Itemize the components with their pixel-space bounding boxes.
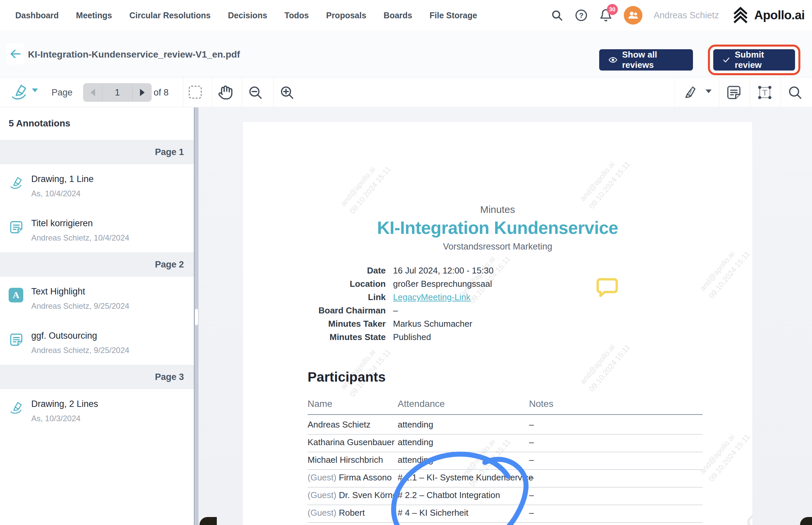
page-number-input[interactable]: 1 — [103, 83, 132, 102]
watermark: and@apollo.ai09.10.2024 15:11 — [697, 424, 752, 484]
nav-item-circular-resolutions[interactable]: Circular Resolutions — [129, 11, 211, 20]
meta-value: großer Besprechungssaal — [393, 279, 493, 289]
annotation-meta: As, 10/3/2024 — [31, 414, 98, 423]
hand-tool[interactable] — [218, 85, 233, 100]
user-avatar[interactable] — [624, 6, 642, 25]
nav-item-meetings[interactable]: Meetings — [76, 11, 112, 20]
back-button[interactable] — [6, 43, 25, 64]
submit-review-button[interactable]: Submit review — [713, 49, 795, 71]
nav-item-proposals[interactable]: Proposals — [326, 11, 366, 20]
annotation-item[interactable]: Titel korrigieren Andreas Schietz, 10/4/… — [0, 208, 194, 253]
watermark: and@apollo.ai09.10.2024 15:11 — [577, 334, 633, 394]
meta-label: Location — [243, 279, 386, 289]
document-subtitle: Vorstandsressort Marketing — [243, 242, 752, 252]
annotation-meta: Andreas Schietz, 9/25/2024 — [31, 301, 129, 311]
note-tool-icon — [725, 84, 742, 101]
annotation-item[interactable]: Drawing, 2 Lines As, 10/3/2024 — [0, 389, 194, 433]
help-icon[interactable]: ? — [574, 9, 588, 22]
nav-item-dashboard[interactable]: Dashboard — [15, 11, 59, 20]
annotation-title: Drawing, 2 Lines — [31, 399, 98, 409]
annotation-meta: Andreas Schietz, 9/25/2024 — [31, 346, 129, 355]
search-icon[interactable] — [551, 9, 563, 21]
comment-bubble-icon — [596, 278, 618, 298]
check-icon — [722, 56, 730, 64]
sidebar-resize-handle[interactable] — [195, 309, 199, 326]
highlighter-icon — [681, 84, 699, 102]
zoom-out-icon — [248, 85, 263, 100]
annotation-title: ggf. Outsourcing — [31, 331, 129, 341]
svg-text:?: ? — [579, 11, 583, 20]
table-row-name: Andreas Schietz — [308, 420, 370, 430]
meta-label: Board Chairman — [243, 305, 386, 316]
meeting-meta: Date16 Jul 2024, 12:00 - 15:30 Locationg… — [243, 266, 493, 342]
draw-tool-button[interactable] — [7, 82, 31, 102]
svg-text:T: T — [763, 89, 767, 97]
nav-item-boards[interactable]: Boards — [384, 11, 412, 20]
meta-value: – — [393, 305, 493, 316]
notification-badge: 30 — [607, 4, 618, 15]
draw-tool-dropdown[interactable] — [32, 89, 38, 92]
annotation-item[interactable]: A Text Highlight Andreas Schietz, 9/25/2… — [0, 276, 194, 321]
previous-page-button[interactable] — [83, 83, 103, 102]
notifications-bell-icon[interactable]: 30 — [599, 9, 612, 22]
meta-label: Date — [243, 266, 386, 276]
annotations-count-title: 5 Annotations — [0, 107, 194, 129]
table-row-notes: – — [529, 420, 534, 430]
meta-value: Published — [393, 332, 493, 342]
nav-item-file-storage[interactable]: File Storage — [430, 11, 477, 20]
user-name: Andreas Schietz — [654, 10, 719, 21]
apollo-logo-icon — [730, 6, 751, 25]
file-header-bar: KI-Integration-Kundenservice_review-V1_e… — [0, 31, 812, 77]
document-filename: KI-Integration-Kundenservice_review-V1_e… — [28, 49, 240, 60]
pen-icon — [9, 400, 24, 416]
meta-label: Minutes Taker — [243, 319, 386, 329]
select-area-icon — [189, 86, 201, 99]
annotation-meta: As, 10/4/2024 — [31, 189, 94, 198]
text-box-icon: T — [756, 84, 773, 101]
table-row-name: Michael Hirschbrich — [308, 455, 383, 465]
page-group-header: Page 2 — [0, 253, 194, 276]
text-box-tool[interactable]: T — [756, 84, 773, 101]
nav-item-todos[interactable]: Todos — [285, 11, 309, 20]
select-area-tool[interactable] — [189, 86, 201, 99]
annotation-title: Text Highlight — [31, 286, 129, 297]
app-window: Dashboard Meetings Circular Resolutions … — [0, 0, 812, 525]
watermark: and@apollo.ai09.10.2024 15:11 — [576, 518, 631, 525]
apollo-logo: Apollo.ai — [730, 6, 805, 25]
nav-item-decisions[interactable]: Decisions — [228, 11, 267, 20]
page-group-header: Page 3 — [0, 365, 194, 389]
highlighter-dropdown[interactable] — [706, 90, 711, 93]
participants-heading: Participants — [308, 369, 386, 385]
show-all-reviews-button[interactable]: Show all reviews — [599, 49, 693, 71]
pdf-toolbar: Page 1 of 8 T — [0, 77, 812, 107]
annotation-item[interactable]: Drawing, 1 Line As, 10/4/2024 — [0, 164, 194, 208]
zoom-in-tool[interactable] — [279, 85, 295, 100]
pen-icon — [9, 175, 24, 191]
next-page-button[interactable] — [132, 83, 152, 102]
table-row-name: (Guest) Robert — [308, 508, 365, 518]
table-header-attendance: Attendance — [398, 399, 445, 409]
highlight-icon: A — [9, 288, 24, 303]
drawing-circle-annotation[interactable] — [379, 442, 539, 525]
highlighter-tool[interactable] — [681, 84, 699, 102]
minutes-kicker: Minutes — [243, 204, 752, 215]
note-icon — [9, 220, 24, 235]
meta-label: Link — [243, 292, 386, 302]
zoom-out-tool[interactable] — [248, 85, 263, 100]
page-label: Page — [51, 88, 73, 98]
brand-text: Apollo.ai — [754, 8, 805, 22]
note-tool[interactable] — [725, 84, 742, 101]
meta-value: Markus Schumacher — [393, 319, 493, 329]
meeting-link[interactable]: LegacyMeeting-Link — [393, 292, 493, 302]
page-group-header: Page 1 — [0, 140, 194, 164]
watermark: and@apollo.ai09.10.2024 15:11 — [577, 151, 633, 212]
meta-value: 16 Jul 2024, 12:00 - 15:30 — [393, 266, 493, 276]
annotation-meta: Andreas Schietz, 10/4/2024 — [31, 233, 129, 242]
search-document-tool[interactable] — [787, 85, 803, 100]
table-header-name: Name — [308, 399, 333, 409]
comment-bubble-annotation[interactable] — [596, 278, 618, 299]
annotation-item[interactable]: ggf. Outsourcing Andreas Schietz, 9/25/2… — [0, 321, 194, 365]
eye-icon — [609, 55, 617, 65]
page-pager: 1 — [83, 83, 152, 102]
document-title: KI-Integration Kundenservice — [243, 217, 752, 238]
